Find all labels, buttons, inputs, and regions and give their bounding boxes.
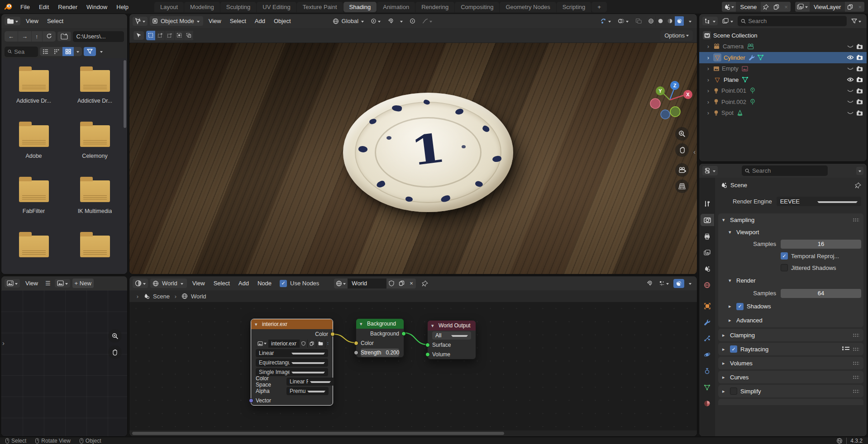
fb-menu-select[interactable]: Select [44, 16, 67, 26]
props-options-dropdown[interactable] [856, 167, 863, 175]
xray-toggle-icon[interactable] [633, 17, 644, 25]
tab-geometry-nodes[interactable]: Geometry Nodes [500, 2, 556, 12]
vp-menu-object[interactable]: Object [271, 16, 294, 26]
tab-layout[interactable]: Layout [154, 2, 184, 12]
node-canvas[interactable]: ▾interior.exr Color interior.exr × [129, 302, 697, 436]
projection-select[interactable]: Equirectangular [256, 359, 328, 367]
camera-toggle-icon[interactable] [856, 88, 863, 94]
shader-type-dropdown[interactable]: World [150, 279, 187, 288]
editor-type-properties[interactable] [702, 166, 718, 175]
add-workspace-button[interactable]: + [591, 2, 607, 12]
folder-item[interactable]: Celemony [64, 125, 125, 159]
tab-uv-editing[interactable]: UV Editing [257, 2, 296, 12]
select-extend-icon[interactable] [156, 31, 165, 40]
new-image-button[interactable]: + New [72, 279, 94, 288]
row-scene-collection[interactable]: Scene Collection [699, 30, 867, 41]
pan-hand-icon[interactable] [108, 345, 122, 359]
scrollbar[interactable] [124, 60, 126, 128]
vp-menu-add[interactable]: Add [252, 16, 268, 26]
alpha-select[interactable]: Premultiplied [286, 387, 329, 395]
select-subtract-icon[interactable] [165, 31, 175, 40]
copy-icon[interactable] [396, 279, 407, 288]
socket-background-output[interactable] [401, 331, 406, 336]
disclosure-icon[interactable]: › [706, 43, 711, 50]
tab-world-icon[interactable] [701, 279, 714, 291]
shading-rendered-icon[interactable] [675, 16, 684, 26]
panel-volumes-header[interactable]: ▸Volumes [718, 357, 863, 369]
socket-surface-input[interactable] [425, 343, 430, 347]
row-plane[interactable]: › ▽ Plane [699, 74, 867, 85]
scene-name[interactable]: Scene [736, 4, 761, 10]
zoom-icon[interactable] [675, 127, 689, 141]
color-space-select[interactable]: Linear Rec.709 [286, 378, 334, 386]
shading-material-icon[interactable] [665, 16, 675, 26]
eye-closed-icon[interactable] [847, 99, 854, 104]
camera-toggle-icon[interactable] [856, 66, 863, 71]
props-breadcrumb[interactable]: Scene [730, 182, 747, 189]
folder-item[interactable]: FabFilter [3, 180, 64, 214]
row-cylinder-selected[interactable]: › ▽ Cylinder [699, 52, 867, 63]
tweak-tool-button[interactable] [134, 31, 144, 40]
grid-toggle-icon[interactable] [675, 179, 689, 193]
fake-user-shield-icon[interactable] [386, 279, 396, 288]
disclosure-icon[interactable]: › [706, 99, 711, 105]
tab-tool-icon[interactable] [701, 198, 714, 210]
node-world-output[interactable]: ▾World Output All Surface Volume [427, 320, 476, 359]
camera-view-icon[interactable] [675, 163, 689, 177]
viewport-samples-field[interactable]: 16 [781, 240, 861, 249]
socket-vector-input[interactable] [249, 398, 253, 403]
drag-grip-icon[interactable] [853, 389, 859, 393]
subpanel-shadows-header[interactable]: ▸✓Shadows [725, 299, 863, 313]
tab-rendering[interactable]: Rendering [415, 2, 454, 12]
se-menu-add[interactable]: Add [235, 279, 252, 288]
filter-icon[interactable] [84, 47, 96, 56]
pin-icon[interactable] [855, 182, 861, 189]
breadcrumb-world[interactable]: World [191, 293, 206, 300]
expand-icon[interactable]: › [135, 293, 140, 300]
proportional-edit-icon[interactable] [407, 17, 418, 25]
eye-closed-icon[interactable] [847, 88, 854, 94]
select-invert-icon[interactable] [175, 31, 184, 40]
tab-object-icon[interactable] [701, 300, 714, 312]
outliner-filter-dropdown[interactable] [849, 17, 863, 25]
display-mode-dropdown[interactable] [74, 47, 82, 56]
eye-closed-icon[interactable] [847, 110, 854, 116]
unlink-icon[interactable]: × [325, 340, 328, 348]
menu-help[interactable]: Help [112, 2, 133, 12]
node-environment-texture[interactable]: ▾interior.exr Color interior.exr × [251, 319, 333, 406]
horizontal-scrollbar[interactable] [129, 430, 697, 436]
disclosure-icon[interactable]: › [706, 65, 711, 72]
disclosure-icon[interactable]: › [706, 109, 711, 116]
subpanel-advanced-header[interactable]: ▸Advanced [725, 313, 863, 327]
strength-slider[interactable]: Strength0.200 [361, 349, 399, 357]
drag-grip-icon[interactable] [853, 375, 859, 379]
select-intersect-icon[interactable] [184, 31, 194, 40]
shadows-checkbox[interactable]: ✓ [736, 303, 744, 310]
se-menu-node[interactable]: Node [254, 279, 275, 288]
mode-dropdown[interactable]: Object Mode [150, 16, 203, 26]
viewport-canvas[interactable]: 1 [129, 43, 697, 274]
raytracing-checkbox[interactable]: ✓ [730, 345, 737, 353]
pivot-dropdown[interactable] [368, 17, 383, 25]
eye-open-icon[interactable] [847, 77, 854, 82]
row-camera[interactable]: › Camera [699, 41, 867, 52]
collapse-panel-icon[interactable]: ‹ [693, 148, 696, 156]
subpanel-render-header[interactable]: ▾Render [725, 274, 863, 287]
editor-type-outliner[interactable] [702, 17, 718, 25]
image-datablock-icon[interactable] [55, 279, 70, 288]
render-engine-select[interactable]: EEVEE [777, 197, 861, 206]
camera-toggle-icon[interactable] [856, 77, 863, 82]
close-icon[interactable]: × [855, 2, 864, 12]
simplify-checkbox[interactable] [730, 387, 737, 395]
se-menu-select[interactable]: Select [210, 279, 233, 288]
folder-item[interactable]: IK Multimedia [64, 180, 125, 214]
tab-particles-icon[interactable] [701, 332, 714, 345]
tab-compositing[interactable]: Compositing [455, 2, 499, 12]
tab-render-icon[interactable] [701, 214, 714, 226]
eye-open-icon[interactable] [847, 55, 854, 60]
image-name[interactable]: interior.exr [268, 340, 299, 348]
thumbnail-grid-icon[interactable] [62, 47, 74, 56]
panel-sampling-header[interactable]: ▾Sampling [718, 213, 863, 226]
viewlayer-name[interactable]: ViewLayer [810, 4, 845, 10]
folder-item[interactable]: Addictive Dr... [3, 70, 64, 104]
